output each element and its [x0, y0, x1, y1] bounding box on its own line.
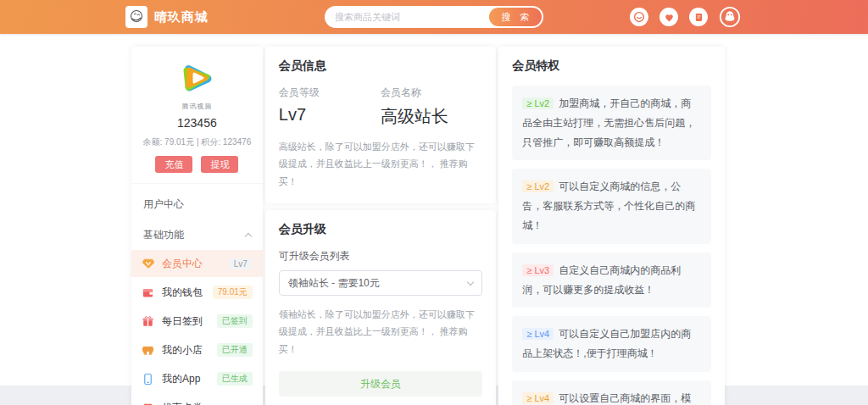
- shop-icon: [142, 343, 155, 357]
- member-info-card: 会员信息 会员等级 Lv7 会员名称 高级站长 高级站长，除了可以加盟分店外，还…: [265, 47, 497, 203]
- level-requirement-badge: ≥ Lv2: [522, 180, 554, 192]
- sidebar-item-my-shop[interactable]: 我的小店 已开通: [131, 336, 263, 363]
- username: 123456: [131, 116, 263, 130]
- search-button[interactable]: 搜 索: [489, 8, 542, 26]
- privilege-item: ≥ Lv4可以自定义自己加盟店内的商品上架状态！,便于打理商城！: [512, 316, 711, 372]
- search-bar: 搜 索: [325, 6, 543, 28]
- privilege-item: ≥ Lv3自定义自己商城内的商品利润，可以赚更多的提成收益！: [512, 252, 711, 308]
- heart-icon[interactable]: [659, 8, 678, 26]
- menu-item-label: 每日签到: [162, 314, 217, 329]
- menu-item-label: 我的小店: [162, 343, 217, 358]
- upgrade-description: 领袖站长，除了可以加盟分店外，还可以赚取下级提成，并且收益比上一级别更高！， 推…: [279, 306, 483, 358]
- menu-item-label: 优惠卡券: [162, 401, 253, 405]
- sidebar-item-member-center[interactable]: 会员中心 Lv7: [131, 250, 263, 277]
- user-profile-block: 腾讯视频 123456 余额: 79.01元 | 积分: 123476 充值 提…: [131, 58, 263, 173]
- sidebar-item-my-app[interactable]: 我的App 已生成: [131, 365, 263, 392]
- status-badge: 已生成: [217, 372, 253, 386]
- brand-area: 晴玖商城: [125, 6, 209, 28]
- member-privileges-card: 会员特权 ≥ Lv2加盟商城，开自己的商城，商品全由主站打理，无需担心售后问题，…: [498, 47, 725, 405]
- avatar[interactable]: 腾讯视频: [175, 58, 218, 111]
- phone-icon: [142, 372, 155, 386]
- wallet-icon: [142, 286, 155, 299]
- upgrade-list-label: 可升级会员列表: [279, 249, 483, 264]
- brand-title: 晴玖商城: [154, 9, 209, 25]
- wallet-amount-badge: 79.01元: [213, 286, 253, 299]
- section-label: 用户中心: [143, 197, 184, 212]
- middle-column: 会员信息 会员等级 Lv7 会员名称 高级站长 高级站长，除了可以加盟分店外，还…: [265, 47, 497, 405]
- menu-item-label: 我的钱包: [162, 286, 213, 300]
- level-badge: Lv7: [229, 258, 253, 269]
- gift-icon: [142, 314, 155, 328]
- menu-item-label: 我的App: [162, 372, 217, 386]
- header-icon-group: [630, 0, 741, 34]
- sidebar-menu: 用户中心 基础功能 会员中心 Lv7: [131, 183, 263, 405]
- sidebar-item-coupons[interactable]: 优惠卡券: [131, 394, 263, 405]
- avatar-caption: 腾讯视频: [175, 102, 218, 111]
- member-name-value: 高级站长: [381, 105, 482, 128]
- level-requirement-badge: ≥ Lv3: [522, 264, 554, 276]
- privilege-item: ≥ Lv2加盟商城，开自己的商城，商品全由主站打理，无需担心售后问题，只管推广，…: [512, 86, 711, 160]
- card-title: 会员信息: [279, 58, 483, 74]
- sidebar-item-user-center[interactable]: 用户中心: [131, 191, 263, 218]
- document-icon[interactable]: [689, 8, 708, 26]
- upgrade-member-button[interactable]: 升级会员: [279, 371, 483, 397]
- main-content: 腾讯视频 123456 余额: 79.01元 | 积分: 123476 充值 提…: [131, 47, 725, 405]
- member-level-value: Lv7: [279, 105, 381, 125]
- member-name-label: 会员名称: [381, 86, 482, 100]
- balance-points-line: 余额: 79.01元 | 积分: 123476: [131, 136, 263, 148]
- tencent-video-logo-icon: [175, 58, 218, 101]
- sidebar-section-basic-functions[interactable]: 基础功能: [131, 221, 263, 248]
- search-input[interactable]: [328, 12, 489, 22]
- section-label: 基础功能: [143, 228, 184, 242]
- recharge-button[interactable]: 充值: [155, 156, 192, 173]
- vip-icon: [142, 257, 155, 270]
- sidebar-item-my-wallet[interactable]: 我的钱包 79.01元: [131, 279, 263, 306]
- smiley-icon[interactable]: [630, 8, 648, 26]
- member-upgrade-card: 会员升级 可升级会员列表 领袖站长 - 需要10元 领袖站长，除了可以加盟分店外…: [265, 210, 497, 405]
- member-info-description: 高级站长，除了可以加盟分店外，还可以赚取下级提成，并且收益比上一级别更高！， 推…: [279, 138, 483, 190]
- sidebar-item-daily-checkin[interactable]: 每日签到 已签到: [131, 308, 263, 335]
- qq-penguin-icon[interactable]: [719, 6, 741, 28]
- chevron-down-icon: [467, 278, 474, 285]
- app-header: 晴玖商城 搜 索: [0, 0, 868, 34]
- selected-option: 领袖站长 - 需要10元: [288, 276, 380, 291]
- level-requirement-badge: ≥ Lv2: [522, 97, 554, 109]
- logo-doodle-icon: [128, 8, 145, 25]
- member-level-label: 会员等级: [279, 86, 381, 100]
- withdraw-button[interactable]: 提现: [201, 156, 238, 173]
- ticket-icon: [142, 401, 155, 405]
- chevron-up-icon: [245, 232, 252, 239]
- app-logo[interactable]: [125, 6, 147, 28]
- level-requirement-badge: ≥ Lv4: [522, 392, 554, 404]
- privilege-item: ≥ Lv4可以设置自己商城的界面，模板，让你的商城与众不同！: [512, 380, 711, 405]
- menu-item-label: 会员中心: [162, 257, 229, 271]
- card-title: 会员特权: [512, 58, 711, 74]
- upgrade-option-select[interactable]: 领袖站长 - 需要10元: [279, 270, 483, 296]
- level-requirement-badge: ≥ Lv4: [522, 328, 554, 340]
- sidebar: 腾讯视频 123456 余额: 79.01元 | 积分: 123476 充值 提…: [131, 47, 263, 405]
- status-badge: 已开通: [217, 343, 253, 357]
- status-badge: 已签到: [217, 314, 253, 328]
- card-title: 会员升级: [279, 222, 483, 237]
- privilege-item: ≥ Lv2可以自定义商城的信息，公告，客服联系方式等，个性化自己的商城！: [512, 169, 711, 243]
